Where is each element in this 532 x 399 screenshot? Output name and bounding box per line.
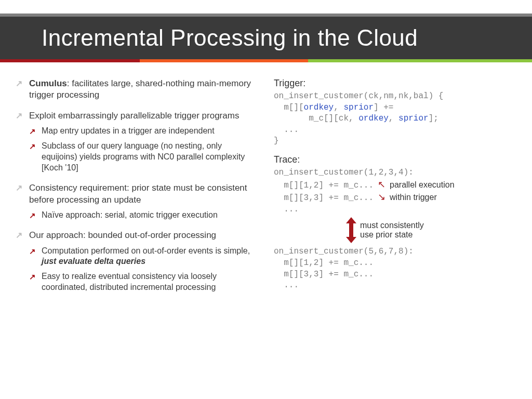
t2e: ] += — [374, 103, 393, 112]
annot-parallel-2: within trigger — [390, 193, 437, 202]
sub-consistency: Naïve approach: serial, atomic trigger e… — [29, 210, 258, 221]
trace1-l3: ... — [274, 204, 516, 216]
approach-text: Our approach: bounded out-of-order proce… — [29, 230, 216, 240]
trace2-l2: m[][3,3] += m_c... — [274, 269, 516, 281]
t2b: ordkey — [304, 103, 334, 112]
right-column: Trigger: on_insert_customer(ck,nm,nk,bal… — [274, 78, 516, 302]
trace1-call: on_insert_customer(1,2,3,4): — [274, 167, 516, 179]
trace1-l2-row: m[][3,3] += m_c... ↘ within trigger — [274, 191, 516, 204]
sub-approach: Computation performed on out-of-order ev… — [29, 246, 258, 293]
trace2-l3: ... — [274, 280, 516, 291]
t3a: m_c[][ck, — [274, 114, 358, 123]
trigger-code-l3: m_c[][ck, ordkey, sprior]; — [274, 113, 516, 125]
trigger-code-l5: } — [274, 136, 516, 147]
swap-arrow-icon-2: ↘ — [378, 191, 385, 203]
sub-computation: Computation performed on out-of-order ev… — [29, 246, 258, 268]
exploit-text: Exploit embarrassingly parallelizable tr… — [29, 111, 239, 121]
bullet-cumulus: Cumulus: facilitates large, shared-nothi… — [16, 78, 258, 101]
trace2-l1: m[][1,2] += m_c... — [274, 258, 516, 269]
t3b: ordkey — [358, 114, 389, 123]
trigger-heading: Trigger: — [274, 78, 516, 89]
swap-arrow-icon: ↖ — [378, 179, 385, 190]
slide-title: Incremental Processing in the Cloud — [42, 25, 509, 51]
double-arrow-icon — [347, 218, 356, 242]
bullet-consistency: Consistency requirement: prior state mus… — [16, 182, 258, 220]
t2a: m[][ — [274, 103, 304, 112]
annot-prior-1: must consistently — [360, 221, 424, 230]
accent-green — [308, 59, 532, 62]
trace1-l2: m[][3,3] += m_c... — [274, 193, 374, 204]
t3d: sprior — [398, 114, 429, 123]
accent-red — [0, 59, 140, 62]
trace-heading: Trace: — [274, 154, 516, 165]
consistency-text: Consistency requirement: prior state mus… — [29, 183, 247, 204]
t3e: ]; — [429, 114, 438, 123]
delta-queries-emph: just evaluate delta queries — [42, 257, 145, 265]
trace2-call: on_insert_customer(5,6,7,8): — [274, 246, 516, 258]
sub-subclass: Subclass of our query language (no nesti… — [29, 141, 258, 173]
sub-exploit: Map entry updates in a trigger are indep… — [29, 126, 258, 173]
bullet-approach: Our approach: bounded out-of-order proce… — [16, 230, 258, 292]
content-area: Cumulus: facilitates large, shared-nothi… — [0, 62, 532, 302]
trace1-l1-row: m[][1,2] += m_c... ↖ parallel execution — [274, 179, 516, 192]
accent-orange — [140, 59, 308, 62]
sub-map-entry: Map entry updates in a trigger are indep… — [29, 126, 258, 137]
prior-state-text: must consistently use prior state — [360, 221, 424, 240]
spacer — [274, 147, 516, 154]
t3c: , — [389, 114, 398, 123]
sub-eventual: Easy to realize eventual consistency via… — [29, 271, 258, 293]
bullet-exploit: Exploit embarrassingly parallelizable tr… — [16, 110, 258, 173]
cumulus-label: Cumulus — [29, 78, 67, 88]
annot-prior-2: use prior state — [360, 230, 424, 240]
trigger-code-l2: m[][ordkey, sprior] += — [274, 102, 516, 114]
trigger-code-l4: ... — [274, 125, 516, 136]
prior-state-annotation: must consistently use prior state — [347, 218, 516, 242]
bullet-list: Cumulus: facilitates large, shared-nothi… — [16, 78, 258, 293]
left-column: Cumulus: facilitates large, shared-nothi… — [16, 78, 258, 302]
accent-strip — [0, 59, 532, 62]
computation-text: Computation performed on out-of-order ev… — [42, 246, 250, 255]
title-bar: Incremental Processing in the Cloud — [0, 17, 532, 59]
sub-naive: Naïve approach: serial, atomic trigger e… — [29, 210, 258, 221]
t2d: sprior — [343, 103, 374, 112]
annot-parallel-1: parallel execution — [390, 180, 455, 190]
trigger-code-l1: on_insert_customer(ck,nm,nk,bal) { — [274, 91, 516, 102]
trace1-l1: m[][1,2] += m_c... — [274, 180, 374, 192]
t2c: , — [334, 103, 343, 112]
